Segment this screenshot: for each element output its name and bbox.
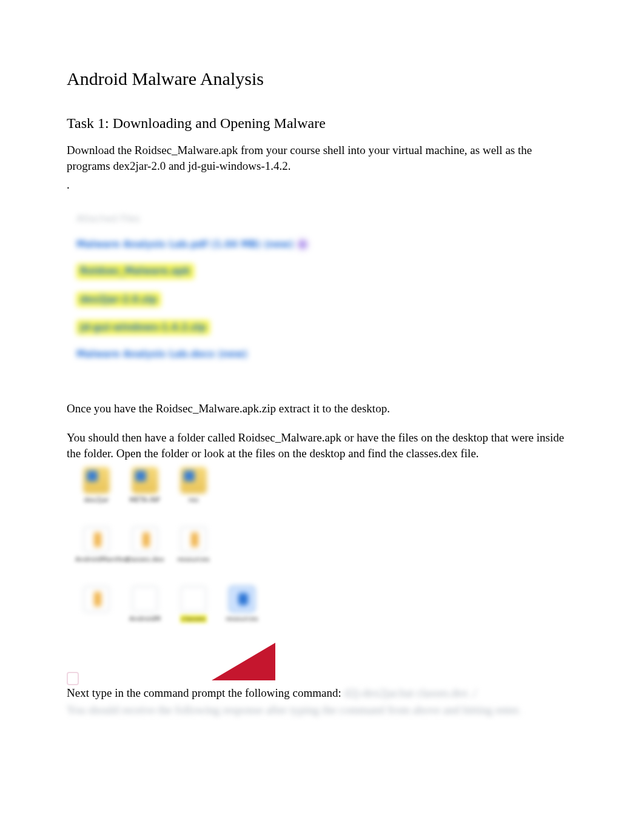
obscured-followup: You should receive the following respons… [67, 702, 577, 718]
watermark-icon [67, 672, 79, 685]
desktop-icons-row3: AndroidM classes resources [75, 586, 275, 645]
icon-label: AndroidM [129, 615, 161, 624]
attached-file-link[interactable]: Malware Analysis Lab.pdf (1.04 MB) (new) [75, 232, 577, 257]
icon-label: classes.dex [126, 555, 164, 565]
attached-file-link[interactable]: Malware Analysis Lab.docx (new) [75, 341, 577, 367]
attached-files-list: Attached Files Malware Analysis Lab.pdf … [75, 206, 577, 367]
icon-label: META-INF [129, 496, 160, 505]
icon-label: resources [177, 555, 209, 565]
file-icon [132, 526, 158, 553]
image-overlay [75, 645, 275, 680]
file-icon [180, 526, 207, 553]
icon-label: classes [180, 615, 207, 624]
icon-label: resources [226, 615, 258, 624]
link-text: jd-gui-windows-1.4.2.zip [76, 320, 210, 335]
file-item[interactable]: resources [172, 526, 215, 586]
folder-paragraph: You should then have a folder called Roi… [67, 430, 577, 461]
file-item[interactable] [75, 586, 118, 645]
folder-icon [180, 467, 207, 494]
link-text: Roidsec_Malware.apk [76, 264, 194, 278]
extract-paragraph: Once you have the Roidsec_Malware.apk.zi… [67, 401, 577, 417]
obscured-command: d2j-dex2jar.bat classes.dex ./ [344, 686, 477, 699]
link-text: dex2jar-2.0.zip [76, 292, 161, 307]
link-text: Malware Analysis Lab.docx (new) [76, 348, 247, 360]
file-item[interactable]: AndroidManifest [75, 526, 118, 586]
folder-item[interactable]: META-INF [124, 467, 166, 526]
attachment-icon [298, 240, 307, 249]
attached-file-link[interactable]: Roidsec_Malware.apk [75, 257, 577, 285]
icon-label: AndroidManifest [75, 555, 118, 565]
desktop-icons-row1-2: dex2jar META-INF res AndroidManifest cla… [75, 467, 275, 586]
page-title: Android Malware Analysis [67, 67, 577, 92]
icon-label: dex2jar [84, 496, 109, 505]
link-text: Malware Analysis Lab.pdf (1.04 MB) (new) [76, 238, 293, 250]
file-item[interactable]: classes [172, 586, 215, 645]
command-prefix: Next type in the command prompt the foll… [67, 686, 344, 699]
attached-file-link[interactable]: jd-gui-windows-1.4.2.zip [75, 314, 577, 341]
file-icon [229, 586, 255, 612]
attached-file-link[interactable]: dex2jar-2.0.zip [75, 286, 577, 314]
file-icon [83, 586, 110, 612]
attached-files-header: Attached Files [75, 206, 577, 232]
file-icon [180, 586, 207, 612]
intro-paragraph: Download the Roidsec_Malware.apk from yo… [67, 143, 577, 173]
red-triangle-overlay [212, 643, 275, 680]
file-item[interactable]: AndroidM [124, 586, 166, 645]
folder-item[interactable]: res [172, 467, 215, 526]
file-icon [83, 526, 110, 553]
period-line: . [67, 177, 577, 193]
file-item[interactable]: classes.dex [124, 526, 166, 586]
folder-icon [132, 467, 158, 494]
file-item[interactable]: resources [221, 586, 263, 645]
task-heading: Task 1: Downloading and Opening Malware [67, 113, 577, 133]
command-paragraph: Next type in the command prompt the foll… [67, 685, 577, 701]
icon-label: res [189, 496, 199, 505]
folder-icon [83, 467, 110, 494]
folder-item[interactable]: dex2jar [75, 467, 118, 526]
file-icon [132, 586, 158, 612]
